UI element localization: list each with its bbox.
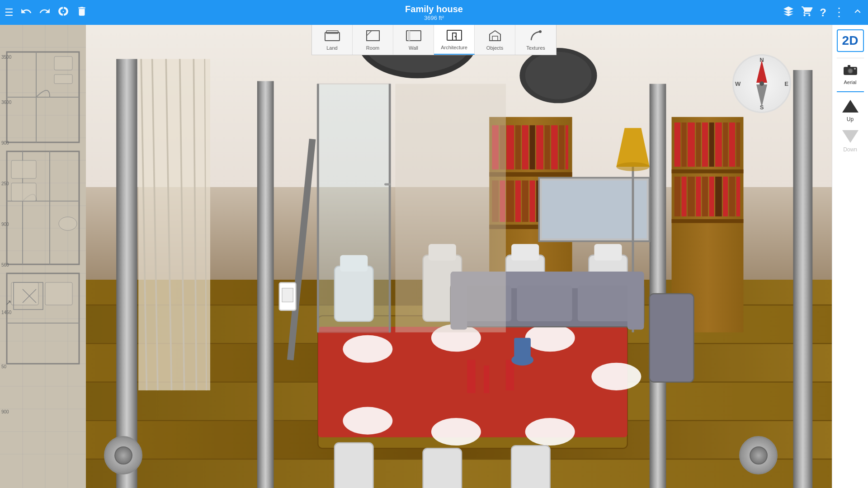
compass-needle-north	[756, 60, 767, 83]
svg-point-46	[59, 217, 77, 230]
svg-rect-45	[11, 183, 36, 201]
svg-rect-113	[489, 225, 572, 229]
svg-rect-65	[86, 344, 832, 381]
magnet-icon[interactable]	[57, 5, 69, 20]
floor	[86, 280, 832, 488]
redo-icon[interactable]	[39, 5, 51, 20]
down-arrow	[841, 128, 859, 146]
svg-rect-162	[511, 244, 539, 261]
svg-rect-68	[86, 460, 832, 488]
svg-rect-196	[848, 65, 850, 67]
svg-point-60	[539, 30, 542, 33]
svg-point-197	[854, 68, 856, 70]
compass-circle: N S E W	[732, 54, 791, 113]
objects-icon	[487, 29, 503, 44]
svg-rect-136	[672, 219, 744, 223]
svg-rect-42	[54, 56, 72, 70]
svg-rect-55	[408, 31, 410, 41]
svg-marker-198	[842, 100, 859, 113]
svg-rect-64	[86, 305, 832, 343]
aerial-label: Aerial	[844, 80, 856, 85]
svg-rect-137	[539, 178, 649, 241]
up-arrow	[841, 98, 859, 116]
main-3d-view[interactable]: N S E W	[86, 25, 832, 488]
svg-rect-138	[542, 180, 646, 238]
svg-text:900: 900	[1, 141, 9, 145]
btn-down[interactable]: Down	[840, 127, 861, 155]
help-icon[interactable]: ?	[820, 6, 826, 19]
cart-icon[interactable]	[801, 5, 813, 20]
svg-rect-158	[340, 255, 368, 272]
svg-rect-59	[492, 36, 498, 41]
svg-rect-0	[0, 25, 86, 488]
toolbar-item-objects[interactable]: Objects	[475, 25, 515, 55]
trash-icon[interactable]	[76, 5, 88, 20]
wall-label: Wall	[409, 45, 418, 51]
wall-icon	[406, 29, 422, 44]
joystick-inner-right[interactable]	[750, 446, 768, 465]
svg-text:3600: 3600	[1, 100, 12, 105]
svg-text:560: 560	[1, 263, 9, 267]
architecture-label: Architecture	[441, 45, 467, 50]
top-bar-center: Family house 3696 ft²	[405, 4, 463, 21]
svg-text:1450: 1450	[1, 310, 12, 315]
svg-point-58	[454, 36, 456, 38]
svg-text:50: 50	[1, 364, 7, 369]
toolbar: Land Room Wall Architecture Objects Text…	[311, 25, 557, 55]
svg-rect-56	[447, 30, 462, 40]
svg-rect-48	[45, 282, 72, 305]
joystick-outer-right[interactable]	[739, 436, 778, 474]
compass-e: E	[784, 80, 788, 87]
room-icon	[365, 29, 381, 44]
land-icon	[324, 29, 340, 44]
top-bar-right: ? ⋮	[783, 5, 863, 20]
land-label: Land	[326, 45, 337, 51]
undo-icon[interactable]	[20, 5, 32, 20]
toolbar-item-land[interactable]: Land	[312, 25, 353, 55]
menu-icon[interactable]: ☰	[5, 7, 14, 19]
project-title: Family house	[405, 4, 463, 14]
joystick-inner-left[interactable]	[114, 446, 132, 465]
joystick-right[interactable]	[739, 436, 778, 474]
svg-rect-47	[11, 282, 38, 305]
compass-w: W	[735, 80, 741, 87]
svg-text:900: 900	[1, 409, 9, 414]
room-label: Room	[366, 45, 379, 51]
joystick-outer-left[interactable]	[104, 436, 142, 474]
objects-label: Objects	[486, 45, 503, 51]
collapse-icon[interactable]	[852, 5, 863, 20]
svg-text:3500: 3500	[1, 55, 12, 60]
svg-rect-43	[54, 75, 72, 84]
textures-icon	[528, 29, 544, 44]
compass-center	[760, 81, 764, 86]
svg-point-195	[849, 69, 852, 73]
right-panel: 2D Aerial Up Down	[832, 25, 868, 488]
room-scene: N S E W	[86, 25, 832, 488]
more-icon[interactable]: ⋮	[833, 5, 845, 19]
svg-rect-160	[429, 244, 456, 261]
btn-up[interactable]: Up	[840, 96, 861, 124]
compass: N S E W	[732, 54, 791, 113]
textures-label: Textures	[526, 45, 545, 51]
svg-rect-67	[86, 421, 832, 459]
architecture-icon	[446, 28, 462, 44]
blueprint-left-panel: 3500 3600 900 250 900 560 1450 50 900 ↗	[0, 25, 86, 488]
toolbar-item-room[interactable]: Room	[353, 25, 393, 55]
svg-text:250: 250	[1, 181, 9, 186]
btn-aerial[interactable]: Aerial	[837, 61, 864, 87]
down-label: Down	[843, 146, 857, 153]
3d-icon[interactable]	[783, 5, 794, 20]
project-size: 3696 ft²	[405, 14, 463, 21]
up-label: Up	[847, 116, 854, 122]
svg-rect-164	[594, 244, 622, 261]
toolbar-item-textures[interactable]: Textures	[515, 25, 556, 55]
svg-marker-199	[842, 130, 859, 143]
svg-rect-63	[86, 280, 832, 305]
joystick-left[interactable]	[104, 436, 142, 474]
top-bar-left: ☰	[5, 5, 88, 20]
toolbar-item-wall[interactable]: Wall	[393, 25, 434, 55]
svg-rect-66	[86, 383, 832, 420]
svg-text:900: 900	[1, 222, 9, 227]
btn-2d[interactable]: 2D	[837, 29, 864, 52]
toolbar-item-architecture[interactable]: Architecture	[434, 25, 475, 55]
